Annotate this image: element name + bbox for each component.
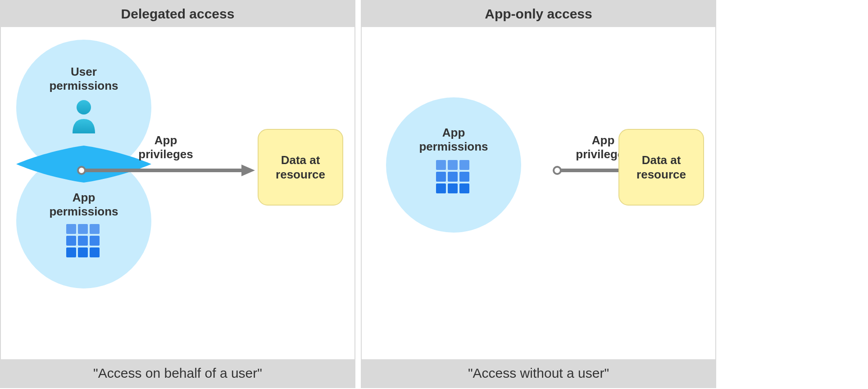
delegated-diagram-body: User permissions App permissions: [1, 27, 354, 359]
app-grid-icon: [436, 160, 471, 195]
app-grid-icon: [66, 224, 101, 259]
app-privileges-arrow-delegated: App privileges: [76, 133, 256, 177]
data-at-resource-box-delegated: Data at resource: [258, 129, 343, 206]
delegated-access-panel: Delegated access User permissions App: [0, 0, 355, 388]
app-permissions-label-delegated: App permissions: [49, 191, 118, 218]
arrow-icon: [76, 164, 256, 177]
data-at-resource-box-apponly: Data at resource: [618, 129, 704, 206]
svg-point-4: [554, 167, 561, 174]
apponly-diagram-body: App permissions App privileges Data: [362, 27, 715, 359]
app-permissions-circle-apponly: App permissions: [386, 97, 521, 233]
svg-point-1: [78, 167, 85, 174]
user-permissions-label: User permissions: [49, 65, 118, 92]
svg-point-0: [77, 100, 91, 114]
data-at-resource-label-delegated: Data at resource: [276, 153, 325, 182]
app-permissions-label-apponly: App permissions: [419, 126, 488, 153]
panel-footer-apponly: "Access without a user": [362, 359, 715, 387]
panel-header-apponly: App-only access: [362, 1, 715, 27]
data-at-resource-label-apponly: Data at resource: [636, 153, 686, 182]
svg-marker-3: [241, 165, 255, 176]
app-only-access-panel: App-only access App permissions App priv…: [361, 0, 716, 388]
panel-header-delegated: Delegated access: [1, 1, 354, 27]
app-privileges-arrow-label-delegated: App privileges: [138, 133, 193, 161]
panel-footer-delegated: "Access on behalf of a user": [1, 359, 354, 387]
user-icon: [68, 98, 100, 134]
